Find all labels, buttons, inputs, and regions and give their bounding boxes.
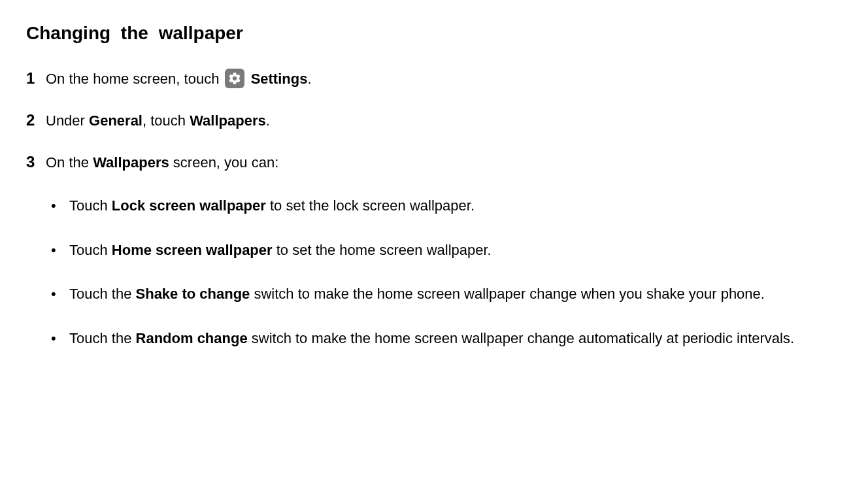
text: . <box>266 112 270 129</box>
text: Touch the <box>69 330 136 346</box>
wallpapers-label: Wallpapers <box>93 154 169 171</box>
general-label: General <box>89 112 142 129</box>
lock-screen-wallpaper-label: Lock screen wallpaper <box>112 197 266 214</box>
page-title: Changing the wallpaper <box>26 20 842 47</box>
settings-gear-icon <box>225 69 244 88</box>
text: Under <box>46 112 89 129</box>
list-item: Touch the Shake to change switch to make… <box>46 281 842 307</box>
step-3: 3 On the Wallpapers screen, you can: Tou… <box>26 150 842 369</box>
step-content: Under General, touch Wallpapers. <box>46 108 842 131</box>
text: to set the lock screen wallpaper. <box>266 197 475 214</box>
random-change-label: Random change <box>136 330 248 346</box>
text: switch to make the home screen wallpaper… <box>250 286 765 302</box>
shake-to-change-label: Shake to change <box>136 286 250 302</box>
settings-label: Settings <box>251 71 308 87</box>
text: to set the home screen wallpaper. <box>273 242 492 258</box>
text: , touch <box>142 112 190 129</box>
text: switch to make the home screen wallpaper… <box>248 330 794 346</box>
step-number: 2 <box>26 108 46 132</box>
text: Touch the <box>69 286 136 302</box>
step-content: On the Wallpapers screen, you can: Touch… <box>46 150 842 369</box>
list-item: Touch Home screen wallpaper to set the h… <box>46 237 842 263</box>
text: . <box>307 71 311 87</box>
text: On the <box>46 154 93 171</box>
text: screen, you can: <box>169 154 279 171</box>
text: Touch <box>69 197 112 214</box>
list-item: Touch the Random change switch to make t… <box>46 325 842 352</box>
list-item: Touch Lock screen wallpaper to set the l… <box>46 193 842 219</box>
step-2: 2 Under General, touch Wallpapers. <box>26 108 842 132</box>
bullet-list: Touch Lock screen wallpaper to set the l… <box>46 193 842 351</box>
step-content: On the home screen, touch Settings. <box>46 67 842 90</box>
step-number: 1 <box>26 67 46 90</box>
wallpapers-label: Wallpapers <box>190 112 266 129</box>
step-1: 1 On the home screen, touch Settings. <box>26 67 842 90</box>
text: Touch <box>69 242 112 258</box>
home-screen-wallpaper-label: Home screen wallpaper <box>112 242 273 258</box>
text: On the home screen, touch <box>46 71 224 87</box>
step-number: 3 <box>26 150 46 174</box>
